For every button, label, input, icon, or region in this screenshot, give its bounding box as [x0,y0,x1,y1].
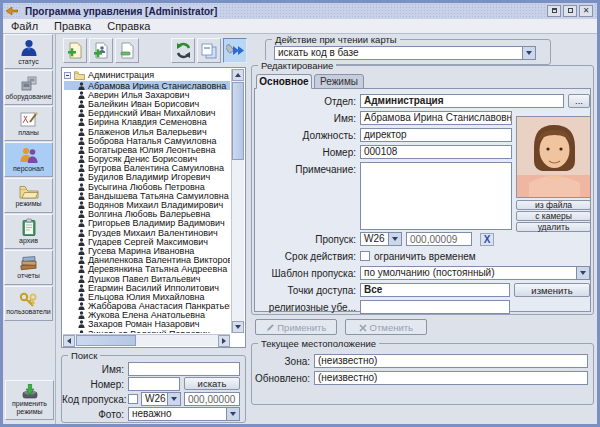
number-field[interactable]: 000108 [360,145,512,159]
position-label: Должность: [252,130,356,141]
copy-card-button[interactable] [197,38,221,63]
sidebar-item-plans[interactable]: планы [4,106,53,141]
person-icon [78,109,85,117]
sidebar-item-users[interactable]: пользователи [4,286,53,321]
tree-person-row[interactable]: Захаров Роман Назарович [64,320,230,329]
religion-input[interactable] [360,300,510,314]
refresh-button[interactable] [171,38,195,63]
sidebar-item-modes[interactable]: режимы [4,178,53,213]
tree-person-row[interactable]: Балейкин Иван Борисович [64,99,230,108]
menu-bar: ФайлПравкаСправка [3,19,597,34]
hscroll-thumb[interactable] [76,335,136,346]
search-card-input[interactable] [184,392,240,406]
note-textarea[interactable] [360,162,512,230]
scroll-up-icon[interactable] [232,69,244,81]
tree-person-row[interactable]: Бердинский Иван Михайлович [64,109,230,118]
tree-person-row[interactable]: Ельцова Юлия Михайловна [64,292,230,301]
minimize-button[interactable] [547,5,561,17]
tree-person-row[interactable]: Гударев Сергей Максимович [64,237,230,246]
tree-person-row[interactable]: Жаббарова Анастасия Панкратьевна [64,302,230,311]
template-select[interactable]: по умолчанию (постоянный) [360,266,590,280]
tab-main[interactable]: Основное [256,74,312,89]
photo-from-file-button[interactable]: из файла [516,200,591,210]
tree-person-row[interactable]: Гусева Марина Ивановна [64,246,230,255]
add-person-button[interactable] [89,38,113,63]
person-icon [78,265,85,273]
personnel-tree[interactable]: Администрация Абрамова Ирина Станиславов… [61,67,246,348]
tree-person-row[interactable]: Будилов Владимир Игоревич [64,173,230,182]
pass-format-select[interactable]: W26 [360,232,402,246]
tree-expander-icon[interactable] [64,72,71,79]
position-field[interactable]: директор [360,128,512,142]
card-read-mode-button[interactable] [223,38,247,63]
close-button[interactable]: ✕ [579,5,593,17]
sidebar-item-archive[interactable]: архив [4,214,53,249]
tree-person-row[interactable]: Бирина Клавдия Семеновна [64,118,230,127]
apply-modes-button[interactable]: применить режимы [5,380,54,420]
sidebar-item-status[interactable]: статус [4,34,53,69]
menu-item-0[interactable]: Файл [3,20,46,32]
add-department-button[interactable] [63,38,87,63]
apply-button[interactable]: Применить [255,319,337,335]
pass-code-input[interactable] [406,232,472,246]
card-action-select[interactable]: искать код в базе [274,46,536,60]
title-bar: Программа управления [Administrator] ✕ [3,3,597,19]
search-group: Поиск Имя: Номер: искать Код пропуска: W… [61,355,246,423]
access-change-button[interactable]: изменить [514,283,590,297]
scroll-right-icon[interactable] [218,335,230,347]
tree-person-row[interactable]: Волгина Любовь Валерьевна [64,210,230,219]
tree-person-row[interactable]: Борусяк Денис Борисович [64,155,230,164]
tree-person-row[interactable]: Груздев Михаил Валентинович [64,228,230,237]
pass-clear-button[interactable]: X [480,233,494,246]
sidebar-item-personnel[interactable]: персонал [4,142,53,177]
sidebar-item-equipment[interactable]: оборудование [4,70,53,105]
photo-from-camera-button[interactable]: с камеры [516,211,591,221]
vscroll-thumb[interactable] [232,82,244,160]
validity-checkbox[interactable] [360,251,370,261]
tree-person-row[interactable]: Жукова Елена Анатольевна [64,311,230,320]
menu-item-1[interactable]: Правка [46,20,99,32]
tree-person-row[interactable]: Деревянкина Татьяна Андреевна [64,265,230,274]
tree-person-row[interactable]: Богатырева Юлия Леонтьевна [64,145,230,154]
tree-person-row[interactable]: Бугрова Валентина Самуиловна [64,164,230,173]
tree-person-row[interactable]: Блаженов Илья Валерьевич [64,127,230,136]
tree-person-row[interactable]: Даниленкова Валентина Викторовна [64,256,230,265]
person-icon [78,275,85,283]
menu-item-2[interactable]: Справка [99,20,158,32]
scroll-down-icon[interactable] [232,321,244,333]
tree-person-row[interactable]: Зиновьев Валерий Павлович [64,329,230,333]
person-icon [78,293,85,301]
scroll-left-icon[interactable] [63,335,75,347]
department-more-button[interactable]: ... [568,94,590,108]
tree-person-row[interactable]: Абрамова Ирина Станиславовна [64,81,230,90]
tree-horizontal-scrollbar[interactable] [63,334,230,346]
tree-person-row[interactable]: Вандышева Татьяна Самуиловна [64,191,230,200]
tree-person-row[interactable]: Бусыгина Любовь Петровна [64,182,230,191]
tab-modes[interactable]: Режимы [314,74,364,89]
department-field[interactable]: Администрация [360,94,564,108]
search-name-input[interactable] [128,362,240,376]
search-card-checkbox[interactable] [128,394,138,404]
search-number-input[interactable] [128,377,180,391]
zone-label: Зона: [252,356,310,367]
tree-root-department[interactable]: Администрация [64,69,230,81]
tree-vertical-scrollbar[interactable] [231,69,244,333]
search-photo-select[interactable]: неважно [128,407,240,421]
sidebar-item-reports[interactable]: отчеты [4,250,53,285]
access-points-field[interactable]: Все [360,283,510,297]
search-card-label: Код пропуска: [62,394,124,405]
tree-person-row[interactable]: Боброва Наталья Самуиловна [64,136,230,145]
tree-person-row[interactable]: Егармин Василий Ипполитович [64,283,230,292]
tree-person-row[interactable]: Душков Павел Витальевич [64,274,230,283]
name-field[interactable]: Абрамова Ирина Станиславовна [360,111,512,125]
search-button[interactable]: искать [184,377,240,390]
pencil-icon [266,323,275,332]
search-card-format-select[interactable]: W26 [141,392,181,406]
tree-person-row[interactable]: Григорьев Владимир Вадимович [64,219,230,228]
cancel-button[interactable]: Отменить [345,319,427,335]
maximize-button[interactable] [563,5,577,17]
tree-person-row[interactable]: Водянов Михаил Владимирович [64,200,230,209]
tree-person-row[interactable]: Аверин Илья Захарович [64,90,230,99]
photo-delete-button[interactable]: удалить [516,222,591,232]
delete-person-button[interactable] [115,38,139,63]
